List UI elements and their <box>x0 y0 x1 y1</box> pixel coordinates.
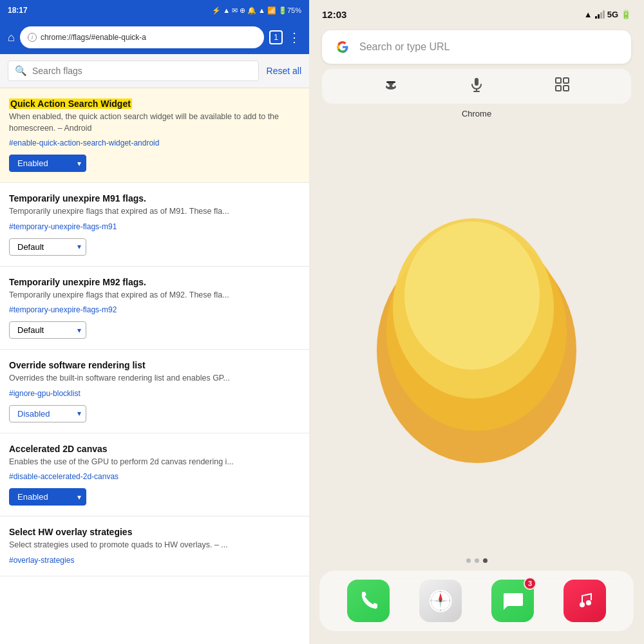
android-status-bar: 18:17 ⚡ ▲ ✉ ⊕ 🔔 ▲ 📶 🔋75% <box>0 0 309 21</box>
svg-text:W: W <box>430 599 433 602</box>
lens-button[interactable] <box>553 75 571 97</box>
messages-app-icon[interactable]: 3 <box>491 580 534 622</box>
flag-select-wrap-m92: Default Enabled Disabled <box>9 321 300 339</box>
flag-select-wrapper-default-m91: Default Enabled Disabled <box>9 238 86 256</box>
flag-title-2d-canvas: Accelerated 2D canvas <box>9 444 300 454</box>
signal-bars <box>595 11 605 19</box>
svg-point-5 <box>392 84 395 87</box>
svg-point-22 <box>439 600 442 602</box>
svg-rect-3 <box>386 81 395 83</box>
flag-select-m92[interactable]: Default Enabled Disabled <box>9 321 86 339</box>
svg-rect-11 <box>556 86 561 91</box>
voice-search-button[interactable] <box>468 75 486 97</box>
flag-desc-m92: Temporarily unexpire flags that expired … <box>9 290 300 301</box>
ios-search-bar[interactable]: Search or type URL <box>322 30 631 64</box>
flag-desc-m91: Temporarily unexpire flags that expired … <box>9 206 300 218</box>
flag-item-2d-canvas: Accelerated 2D canvas Enables the use of… <box>0 433 309 517</box>
more-options-button[interactable]: ⋮ <box>288 30 301 45</box>
music-app-icon[interactable] <box>564 580 606 622</box>
ios-status-bar: 12:03 ▲ 5G 🔋 <box>309 0 644 23</box>
svg-point-27 <box>586 600 591 605</box>
search-input[interactable] <box>32 66 252 76</box>
svg-point-4 <box>387 84 390 87</box>
flag-select-wrapper-disabled: Disabled Default Enabled <box>9 405 86 422</box>
right-panel: 12:03 ▲ 5G 🔋 <box>309 0 644 644</box>
address-pill[interactable]: i chrome://flags/#enable-quick-a <box>20 26 264 48</box>
svg-text:S: S <box>440 609 442 612</box>
ios-search-placeholder: Search or type URL <box>359 41 450 53</box>
search-input-wrap: 🔍 <box>8 61 259 81</box>
android-status-icons: ⚡ ▲ ✉ ⊕ 🔔 ▲ 📶 🔋75% <box>212 6 301 15</box>
home-icon[interactable]: ⌂ <box>8 31 15 44</box>
flag-title-hw-overlay: Select HW overlay strategies <box>9 527 300 537</box>
flag-select-wrapper-enabled-2d: Enabled Default Disabled <box>9 488 86 506</box>
ios-status-right: ▲ 5G 🔋 <box>584 10 631 19</box>
flag-item-hw-overlay: Select HW overlay strategies Select stra… <box>0 516 309 576</box>
svg-point-16 <box>404 222 540 370</box>
incognito-button[interactable] <box>382 75 400 97</box>
flag-title-quick-action: Quick Action Search Widget <box>9 99 300 109</box>
flag-link-quick-action[interactable]: #enable-quick-action-search-widget-andro… <box>9 138 159 147</box>
ios-search-container: Search or type URL <box>309 23 644 69</box>
left-panel: 18:17 ⚡ ▲ ✉ ⊕ 🔔 ▲ 📶 🔋75% ⌂ i chrome://fl… <box>0 0 309 644</box>
flag-select-wrap-software-render: Disabled Default Enabled <box>9 405 300 422</box>
address-url: chrome://flags/#enable-quick-a <box>41 33 146 42</box>
ios-quick-actions <box>322 69 631 104</box>
messages-badge: 3 <box>524 577 536 590</box>
flag-link-2d-canvas[interactable]: #disable-accelerated-2d-canvas <box>9 472 118 481</box>
flag-desc-2d-canvas: Enables the use of the GPU to perform 2d… <box>9 457 300 468</box>
flag-select-wrapper-default-m92: Default Enabled Disabled <box>9 321 86 339</box>
flag-select-m91[interactable]: Default Enabled Disabled <box>9 238 86 256</box>
network-type: 5G <box>607 10 618 19</box>
info-icon: i <box>28 33 37 42</box>
flag-desc-quick-action: When enabled, the quick action search wi… <box>9 111 300 134</box>
reset-all-button[interactable]: Reset all <box>267 66 301 76</box>
flags-search-bar: 🔍 Reset all <box>0 54 309 88</box>
flag-link-m91[interactable]: #temporary-unexpire-flags-m91 <box>9 222 117 231</box>
flag-select-2d-canvas[interactable]: Enabled Default Disabled <box>9 488 86 506</box>
svg-rect-10 <box>564 78 569 83</box>
svg-rect-9 <box>556 78 561 83</box>
dot-1 <box>466 558 471 563</box>
ios-time: 12:03 <box>322 9 346 20</box>
tab-count-button[interactable]: 1 <box>269 30 283 44</box>
svg-text:E: E <box>449 599 451 602</box>
android-address-bar: ⌂ i chrome://flags/#enable-quick-a 1 ⋮ <box>0 21 309 54</box>
safari-app-icon[interactable]: N S W E <box>419 580 462 622</box>
google-logo <box>334 38 352 56</box>
flags-content: Quick Action Search Widget When enabled,… <box>0 88 309 644</box>
flag-desc-hw-overlay: Select strategies used to promote quads … <box>9 540 300 551</box>
flag-link-m92[interactable]: #temporary-unexpire-flags-m92 <box>9 305 117 314</box>
flag-title-m91: Temporarily unexpire M91 flags. <box>9 193 300 204</box>
android-time: 18:17 <box>8 6 28 15</box>
svg-rect-12 <box>564 86 569 91</box>
svg-text:N: N <box>440 590 442 593</box>
flag-desc-software-render: Overrides the built-in software renderin… <box>9 373 300 384</box>
flag-select-quick-action[interactable]: Enabled Default Disabled <box>9 155 86 172</box>
flag-select-wrapper-enabled: Enabled Default Disabled <box>9 155 86 172</box>
location-icon: ▲ <box>584 10 592 19</box>
search-icon: 🔍 <box>15 65 27 77</box>
flag-item-m91: Temporarily unexpire M91 flags. Temporar… <box>0 183 309 267</box>
flag-title-m92: Temporarily unexpire M92 flags. <box>9 277 300 287</box>
dots-indicator <box>309 553 644 571</box>
flag-item-m92: Temporarily unexpire M92 flags. Temporar… <box>0 267 309 350</box>
svg-rect-6 <box>475 78 478 86</box>
incognito-icon <box>382 75 400 97</box>
ios-dock: N S W E 3 <box>319 571 634 631</box>
flag-link-hw-overlay[interactable]: #overlay-strategies <box>9 556 74 565</box>
microphone-icon <box>468 75 486 97</box>
flag-link-software-render[interactable]: #ignore-gpu-blocklist <box>9 389 80 398</box>
flag-select-software-render[interactable]: Disabled Default Enabled <box>9 405 86 422</box>
flag-item-software-render: Override software rendering list Overrid… <box>0 350 309 433</box>
dot-3-active <box>483 558 488 563</box>
flag-item-quick-action: Quick Action Search Widget When enabled,… <box>0 88 309 183</box>
flag-select-wrap-m91: Default Enabled Disabled <box>9 238 300 256</box>
battery-icon: 🔋 <box>621 10 631 19</box>
flag-select-wrap-2d-canvas: Enabled Default Disabled <box>9 488 300 506</box>
flag-select-wrap-quick-action: Enabled Default Disabled <box>9 155 300 172</box>
blob-area <box>309 121 644 553</box>
chrome-blob <box>367 196 586 479</box>
phone-app-icon[interactable] <box>347 580 390 622</box>
dot-2 <box>475 558 479 563</box>
